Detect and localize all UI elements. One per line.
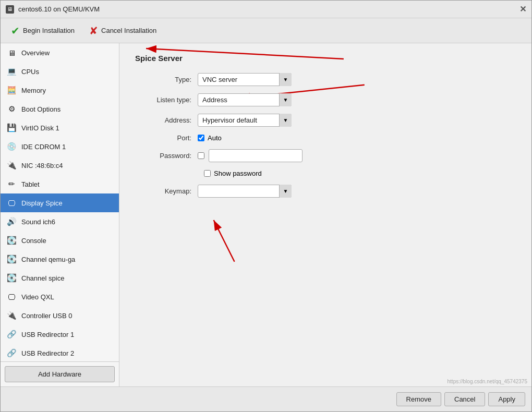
type-label: Type:	[135, 76, 198, 83]
sidebar-label-boot-options: Boot Options	[21, 105, 61, 113]
sidebar-item-ide-cdrom[interactable]: 💿 IDE CDROM 1	[1, 137, 119, 156]
listen-type-label: Listen type:	[135, 96, 198, 104]
toolbar: ✔ Begin Installation ✘ Cancel Installati…	[1, 18, 531, 43]
port-label: Port:	[135, 134, 198, 142]
cancel-installation-label: Cancel Installation	[101, 27, 156, 34]
sidebar-item-channel-spice[interactable]: 💽 Channel spice	[1, 269, 119, 287]
sidebar-item-console[interactable]: 💽 Console	[1, 231, 119, 250]
boot-options-icon: ⚙	[6, 103, 17, 115]
section-title: Spice Server	[135, 54, 516, 63]
titlebar-left: 🖥 centos6.10 on QEMU/KVM	[6, 5, 100, 14]
keymap-control: en-us en-gb de fr ▼	[198, 185, 292, 198]
password-input[interactable]	[209, 149, 303, 162]
detail-panel: Spice Server Type: VNC server Spice serv…	[119, 43, 531, 386]
type-select-wrapper: VNC server Spice server ▼	[198, 73, 292, 86]
listen-type-control: Address None Socket ▼	[198, 93, 292, 106]
sidebar-label-memory: Memory	[21, 87, 46, 94]
apply-button[interactable]: Apply	[488, 392, 525, 406]
listen-type-select[interactable]: Address None Socket	[198, 93, 292, 106]
virtio-disk-icon: 💾	[6, 122, 17, 134]
sidebar-item-tablet[interactable]: ✏ Tablet	[1, 175, 119, 193]
sidebar-label-channel-spice: Channel spice	[21, 274, 64, 282]
port-auto-checkbox[interactable]	[198, 135, 204, 141]
svg-line-3	[214, 220, 235, 262]
sidebar-item-controller-usb[interactable]: 🔌 Controller USB 0	[1, 306, 119, 325]
remove-button[interactable]: Remove	[396, 392, 441, 406]
sidebar-item-video-qxl[interactable]: 🖵 Video QXL	[1, 287, 119, 306]
show-password-row-inner: Show password	[204, 169, 262, 177]
password-row: Password:	[135, 149, 516, 162]
ide-cdrom-icon: 💿	[6, 141, 17, 152]
controller-usb-icon: 🔌	[6, 310, 17, 321]
main-content: 🖥 Overview 💻 CPUs 🧮 Memory ⚙ Boot Option…	[1, 43, 531, 386]
listen-type-select-wrapper: Address None Socket ▼	[198, 93, 292, 106]
close-button[interactable]: ✕	[519, 5, 526, 14]
display-spice-icon: 🖵	[6, 197, 17, 209]
keymap-row: Keymap: en-us en-gb de fr ▼	[135, 185, 516, 198]
main-window: 🖥 centos6.10 on QEMU/KVM ✕ ✔ Begin Insta…	[0, 0, 532, 412]
sidebar-label-virtio-disk: VirtIO Disk 1	[21, 124, 59, 132]
cancel-installation-button[interactable]: ✘ Cancel Installation	[83, 22, 163, 39]
show-password-label: Show password	[214, 169, 262, 177]
cancel-button[interactable]: Cancel	[444, 392, 485, 406]
app-icon: 🖥	[6, 5, 14, 14]
password-label: Password:	[135, 152, 198, 160]
sidebar-label-video-qxl: Video QXL	[21, 293, 54, 301]
address-row: Address: Hypervisor default All interfac…	[135, 114, 516, 127]
type-control: VNC server Spice server ▼	[198, 73, 292, 86]
sidebar-item-usb-redirector-1[interactable]: 🔗 USB Redirector 1	[1, 325, 119, 344]
watermark: https://blog.csdn.net/qq_45742375	[448, 379, 527, 384]
sidebar-label-controller-usb: Controller USB 0	[21, 312, 72, 320]
keymap-select[interactable]: en-us en-gb de fr	[198, 185, 292, 198]
checkmark-icon: ✔	[11, 25, 20, 37]
sidebar-label-ide-cdrom: IDE CDROM 1	[21, 143, 66, 151]
sidebar-footer: Add Hardware	[1, 361, 119, 386]
show-password-row: Show password	[204, 169, 516, 177]
sidebar-item-nic[interactable]: 🔌 NIC :48:6b:c4	[1, 156, 119, 175]
sidebar-label-nic: NIC :48:6b:c4	[21, 162, 63, 169]
port-control: Auto	[198, 134, 222, 142]
sidebar-label-console: Console	[21, 237, 46, 245]
video-qxl-icon: 🖵	[6, 291, 17, 302]
address-select[interactable]: Hypervisor default All interfaces Localh…	[198, 114, 292, 127]
sidebar-item-boot-options[interactable]: ⚙ Boot Options	[1, 100, 119, 118]
sound-ich6-icon: 🔊	[6, 216, 17, 227]
add-hardware-button[interactable]: Add Hardware	[5, 366, 115, 382]
sidebar-label-overview: Overview	[21, 49, 50, 57]
sidebar-item-channel-qemu-ga[interactable]: 💽 Channel qemu-ga	[1, 250, 119, 269]
port-auto-row: Auto	[198, 134, 222, 142]
begin-installation-label: Begin Installation	[23, 27, 75, 34]
type-select[interactable]: VNC server Spice server	[198, 73, 292, 86]
sidebar-item-display-spice[interactable]: 🖵 Display Spice	[1, 193, 119, 212]
sidebar-label-sound-ich6: Sound ich6	[21, 218, 55, 226]
address-label: Address:	[135, 116, 198, 124]
sidebar-item-cpus[interactable]: 💻 CPUs	[1, 62, 119, 81]
memory-icon: 🧮	[6, 84, 17, 96]
overview-icon: 🖥	[6, 47, 17, 58]
channel-qemu-ga-icon: 💽	[6, 253, 17, 265]
listen-type-row: Listen type: Address None Socket ▼	[135, 93, 516, 106]
cpus-icon: 💻	[6, 66, 17, 77]
keymap-select-wrapper: en-us en-gb de fr ▼	[198, 185, 292, 198]
sidebar-list: 🖥 Overview 💻 CPUs 🧮 Memory ⚙ Boot Option…	[1, 43, 119, 361]
sidebar-label-cpus: CPUs	[21, 68, 39, 76]
channel-spice-icon: 💽	[6, 272, 17, 284]
sidebar-label-tablet: Tablet	[21, 180, 40, 188]
sidebar-item-usb-redirector-2[interactable]: 🔗 USB Redirector 2	[1, 344, 119, 361]
bottom-bar: Remove Cancel Apply	[1, 386, 531, 411]
sidebar-label-usb-redirector-1: USB Redirector 1	[21, 331, 74, 338]
sidebar-item-sound-ich6[interactable]: 🔊 Sound ich6	[1, 212, 119, 231]
begin-installation-button[interactable]: ✔ Begin Installation	[5, 22, 81, 39]
address-select-wrapper: Hypervisor default All interfaces Localh…	[198, 114, 292, 127]
sidebar-item-memory[interactable]: 🧮 Memory	[1, 81, 119, 100]
keymap-label: Keymap:	[135, 187, 198, 195]
show-password-checkbox[interactable]	[204, 170, 211, 177]
tablet-icon: ✏	[6, 178, 17, 190]
password-checkbox[interactable]	[198, 152, 204, 159]
sidebar-item-overview[interactable]: 🖥 Overview	[1, 43, 119, 62]
sidebar-item-virtio-disk[interactable]: 💾 VirtIO Disk 1	[1, 118, 119, 137]
usb-redirector-1-icon: 🔗	[6, 329, 17, 340]
console-icon: 💽	[6, 235, 17, 246]
sidebar-label-usb-redirector-2: USB Redirector 2	[21, 349, 74, 357]
cancel-icon: ✘	[89, 25, 98, 37]
